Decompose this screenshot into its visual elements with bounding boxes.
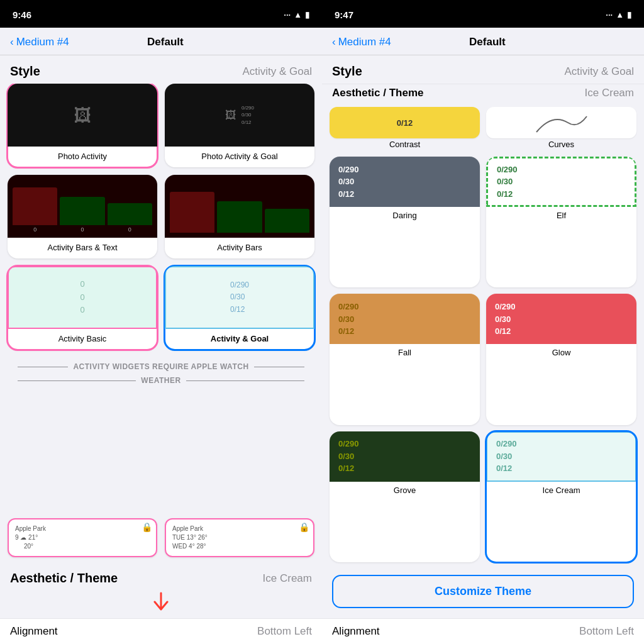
right-status-bar: 9:47 ··· ▲ ▮: [322, 0, 644, 28]
left-alignment-label: Alignment: [10, 625, 58, 638]
weather-card-1[interactable]: 🔒 Apple Park 9 ☁ 21° 20°: [8, 518, 157, 557]
widget-activity-bars-text[interactable]: 0 0 0 Activity Bars & Text: [8, 175, 157, 258]
left-widget-scroll: 🖼 Photo Activity 🖼 0/2900/300/12 Photo A…: [0, 84, 322, 518]
theme-fall[interactable]: 0/2900/300/12 Fall: [330, 294, 480, 425]
grove-nums: 0/2900/300/12: [338, 438, 471, 475]
wifi-icon: ▲: [294, 10, 302, 19]
theme-elf[interactable]: 0/2900/300/12 Elf: [486, 157, 636, 287]
activity-goal-preview: 0/2900/300/12: [165, 266, 314, 329]
widget-photo-activity[interactable]: 🖼 Photo Activity: [8, 84, 157, 167]
elf-preview: 0/2900/300/12: [486, 157, 636, 207]
right-phone-panel: 9:47 ··· ▲ ▮ ‹ Medium #4 Default Style A…: [322, 0, 644, 644]
theme-glow[interactable]: 0/2900/300/12 Glow: [486, 294, 636, 425]
right-nav-bar: ‹ Medium #4 Default: [322, 28, 644, 55]
elf-nums: 0/2900/300/12: [497, 164, 626, 201]
curves-partial-svg: [533, 110, 590, 135]
left-aesthetic-value: Ice Cream: [263, 572, 312, 585]
right-chevron-left-icon: ‹: [332, 36, 336, 48]
red-arrow-icon: [148, 591, 174, 616]
glow-preview: 0/2900/300/12: [486, 294, 636, 344]
lock-icon-2: 🔒: [299, 522, 309, 532]
photo-activity-goal-bg: 🖼 0/2900/300/12: [165, 84, 314, 147]
weather-card-2[interactable]: 🔒 Apple Park TUE 13° 26° WED 4° 28°: [165, 518, 314, 557]
right-style-value: Activity & Goal: [564, 65, 634, 78]
photo-activity-preview: 🖼: [8, 84, 157, 147]
left-alignment-value: Bottom Left: [257, 625, 312, 638]
theme-ice-cream[interactable]: 0/2900/300/12 Ice Cream: [486, 431, 636, 562]
left-phone-panel: 9:46 ··· ▲ ▮ ‹ Medium #4 Default Style A…: [0, 0, 322, 644]
chevron-left-icon: ‹: [10, 36, 14, 48]
right-style-label: Style: [332, 64, 362, 79]
customize-btn-row: Customize Theme: [322, 567, 644, 618]
right-style-header: Style Activity & Goal: [322, 55, 644, 84]
photo-activity-goal-preview: 🖼 0/2900/300/12: [165, 84, 314, 147]
left-style-header: Style Activity & Goal: [0, 55, 322, 84]
weather-row: 🔒 Apple Park 9 ☁ 21° 20° 🔒 Apple Park TU…: [0, 518, 322, 562]
curves-partial-label: Curves: [486, 140, 636, 149]
ice-cream-label: Ice Cream: [540, 482, 583, 500]
left-nav-bar: ‹ Medium #4 Default: [0, 28, 322, 55]
partial-contrast-card: 0/12: [330, 107, 480, 138]
theme-daring[interactable]: 0/2900/300/12 Daring: [330, 157, 480, 287]
left-aesthetic-row: Aesthetic / Theme Ice Cream: [0, 562, 322, 591]
weather-line-right: [186, 380, 304, 381]
grove-preview: 0/2900/300/12: [330, 431, 480, 482]
right-time: 9:47: [335, 9, 353, 20]
widget-activity-goal[interactable]: 0/2900/300/12 Activity & Goal: [165, 266, 314, 350]
contrast-partial-label: Contrast: [330, 140, 480, 149]
divider-right: [254, 367, 304, 367]
glow-label: Glow: [550, 344, 574, 362]
apple-watch-note: ACTIVITY WIDGETS REQUIRE APPLE WATCH: [8, 355, 314, 374]
partial-labels: Contrast Curves: [322, 138, 644, 152]
photo-activity-bg: 🖼: [8, 84, 157, 147]
left-status-bar: 9:46 ··· ▲ ▮: [0, 0, 322, 28]
customize-theme-button[interactable]: Customize Theme: [332, 575, 634, 608]
photo-activity-label: Photo Activity: [55, 152, 109, 161]
right-wifi-icon: ▲: [616, 10, 624, 19]
divider-left: [18, 367, 68, 367]
widget-activity-bars[interactable]: Activity Bars: [165, 175, 314, 258]
daring-label: Daring: [390, 207, 419, 225]
activity-basic-preview: 000: [8, 266, 157, 329]
grove-label: Grove: [391, 482, 418, 500]
apple-watch-text: ACTIVITY WIDGETS REQUIRE APPLE WATCH: [73, 362, 248, 371]
activity-bars-text-label: Activity Bars & Text: [45, 243, 119, 252]
glow-nums: 0/2900/300/12: [495, 301, 628, 338]
weather-divider: WEATHER: [8, 374, 314, 387]
lock-icon-1: 🔒: [142, 522, 152, 532]
fall-label: Fall: [396, 344, 414, 362]
left-back-label: Medium #4: [16, 36, 69, 48]
activity-bars-text-preview: 0 0 0: [8, 175, 157, 238]
right-battery-icon: ▮: [627, 10, 631, 19]
daring-preview: 0/2900/300/12: [330, 157, 480, 207]
ice-cream-preview: 0/2900/300/12: [486, 431, 636, 482]
photo-goal-stats: 0/2900/300/12: [242, 104, 254, 126]
fall-preview: 0/2900/300/12: [330, 294, 480, 344]
photo-icon: 🖼: [74, 105, 91, 126]
activity-goal-label: Activity & Goal: [208, 334, 271, 343]
widget-photo-activity-goal[interactable]: 🖼 0/2900/300/12 Photo Activity & Goal: [165, 84, 314, 167]
right-back-label: Medium #4: [338, 36, 391, 48]
left-back-button[interactable]: ‹ Medium #4: [10, 36, 69, 48]
activity-bars-preview: [165, 175, 314, 238]
weather-label: WEATHER: [141, 376, 180, 385]
left-widget-grid: 🖼 Photo Activity 🖼 0/2900/300/12 Photo A…: [8, 84, 314, 355]
left-alignment-row: Alignment Bottom Left: [0, 618, 322, 644]
theme-grove[interactable]: 0/2900/300/12 Grove: [330, 431, 480, 562]
theme-grid: 0/2900/300/12 Daring 0/2900/300/12 Elf 0…: [322, 152, 644, 567]
fall-nums: 0/2900/300/12: [338, 301, 471, 338]
left-aesthetic-label: Aesthetic / Theme: [10, 571, 118, 586]
red-arrow-container: [0, 591, 322, 618]
battery-icon: ▮: [305, 10, 309, 19]
weather-line-left: [18, 380, 136, 381]
widget-activity-basic[interactable]: 000 Activity Basic: [8, 266, 157, 350]
daring-nums: 0/2900/300/12: [338, 164, 471, 201]
left-status-icons: ··· ▲ ▮: [284, 10, 309, 19]
partial-top-cards: 0/12: [322, 104, 644, 138]
activity-basic-label: Activity Basic: [56, 334, 109, 343]
photo-activity-goal-label: Photo Activity & Goal: [199, 152, 280, 161]
right-aesthetic-header: Aesthetic / Theme Ice Cream: [322, 84, 644, 104]
weather-text-1: Apple Park 9 ☁ 21° 20°: [15, 525, 150, 551]
right-back-button[interactable]: ‹ Medium #4: [332, 36, 391, 48]
dots-icon: ···: [284, 10, 291, 19]
